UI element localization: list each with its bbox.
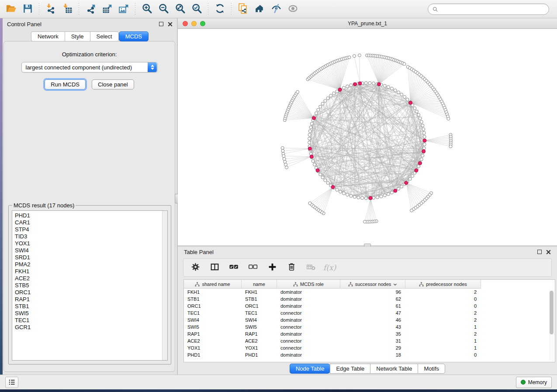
- mcds-result-node[interactable]: STB5: [15, 282, 167, 289]
- column-header-name[interactable]: name: [242, 280, 277, 289]
- table-cell-predecessor-nodes[interactable]: 2: [405, 330, 481, 337]
- table-cell-predecessor-nodes[interactable]: 2: [405, 309, 481, 316]
- table-row[interactable]: ORC1ORC1dominator610: [184, 303, 555, 309]
- table-row[interactable]: STB1STB1dominator620: [184, 296, 555, 303]
- tab-mcds[interactable]: MCDS: [119, 31, 149, 41]
- import-table-button[interactable]: [59, 2, 76, 17]
- mcds-result-scrollbar[interactable]: [162, 211, 167, 360]
- mcds-result-node[interactable]: GCR1: [15, 324, 167, 331]
- table-cell-successor-nodes[interactable]: 43: [340, 323, 405, 330]
- table-cell-successor-nodes[interactable]: 62: [340, 296, 405, 303]
- mcds-result-node[interactable]: SRD1: [15, 254, 167, 261]
- optimization-criterion-select[interactable]: largest connected component (undirected): [21, 62, 158, 72]
- table-cell-shared-name[interactable]: SWI4: [184, 316, 242, 323]
- table-cell-name[interactable]: STB1: [242, 296, 277, 303]
- table-cell-successor-nodes[interactable]: 46: [340, 316, 405, 323]
- mcds-result-node[interactable]: ACE2: [15, 275, 167, 282]
- zoom-fit-button[interactable]: [172, 2, 188, 17]
- mcds-result-listbox[interactable]: PHD1CAR1STP4TID3YOX1SWI4SRD1PMA2FKH1ACE2…: [12, 210, 168, 361]
- show-column-button[interactable]: [208, 261, 221, 274]
- memory-button[interactable]: Memory: [516, 377, 552, 388]
- column-header-successor-nodes[interactable]: successor nodes: [340, 280, 405, 289]
- table-scrollbar[interactable]: [549, 289, 554, 361]
- table-cell-shared-name[interactable]: SWI5: [184, 323, 242, 330]
- export-table-button[interactable]: [99, 2, 115, 17]
- table-cell-successor-nodes[interactable]: 29: [340, 344, 405, 351]
- table-row[interactable]: ACE2ACE2connector311: [184, 337, 555, 344]
- task-history-button[interactable]: [5, 377, 18, 388]
- zoom-in-button[interactable]: [138, 2, 155, 17]
- tab-select[interactable]: Select: [90, 31, 119, 41]
- table-cell-name[interactable]: ACE2: [242, 337, 277, 344]
- mcds-result-node[interactable]: CAR1: [15, 219, 167, 226]
- refresh-button[interactable]: [211, 2, 228, 17]
- mcds-result-node[interactable]: TEC1: [15, 317, 167, 324]
- table-cell-shared-name[interactable]: ORC1: [184, 303, 242, 309]
- unselect-all-button[interactable]: [246, 261, 259, 274]
- table-cell-name[interactable]: FKH1: [242, 289, 277, 296]
- clone-network-button[interactable]: [235, 2, 251, 17]
- close-panel-button[interactable]: Close panel: [92, 79, 134, 89]
- table-cell-name[interactable]: SWI5: [242, 323, 277, 330]
- table-cell-shared-name[interactable]: YOX1: [184, 344, 242, 351]
- add-row-button[interactable]: [266, 261, 279, 274]
- save-session-button[interactable]: [19, 2, 36, 17]
- table-cell-MCDS-role[interactable]: dominator: [277, 289, 340, 296]
- float-table-panel-icon[interactable]: [537, 250, 542, 254]
- hide-selected-button[interactable]: [268, 2, 284, 17]
- table-row[interactable]: FKH1FKH1dominator962: [184, 289, 555, 296]
- table-cell-MCDS-role[interactable]: connector: [277, 323, 340, 330]
- mcds-result-node[interactable]: YOX1: [15, 240, 167, 247]
- table-cell-successor-nodes[interactable]: 96: [340, 289, 405, 296]
- table-cell-successor-nodes[interactable]: 31: [340, 337, 405, 344]
- tab-node-table[interactable]: Node Table: [290, 364, 330, 374]
- table-cell-MCDS-role[interactable]: dominator: [277, 316, 340, 323]
- table-cell-MCDS-role[interactable]: dominator: [277, 296, 340, 303]
- table-cell-name[interactable]: TEC1: [242, 309, 277, 316]
- tab-edge-table[interactable]: Edge Table: [330, 364, 370, 374]
- mcds-result-node[interactable]: PMA2: [15, 261, 167, 268]
- mcds-result-node[interactable]: PHD1: [15, 212, 167, 219]
- mcds-result-node[interactable]: SWI5: [15, 310, 167, 317]
- network-canvas[interactable]: [178, 29, 557, 245]
- open-file-button[interactable]: [3, 2, 19, 17]
- select-all-button[interactable]: [227, 261, 240, 274]
- tab-motifs[interactable]: Motifs: [418, 364, 445, 374]
- table-cell-shared-name[interactable]: FKH1: [184, 289, 242, 296]
- table-cell-shared-name[interactable]: TEC1: [184, 309, 242, 316]
- search-box[interactable]: [428, 3, 549, 15]
- close-window-traffic-light[interactable]: [183, 21, 188, 26]
- mcds-result-node[interactable]: STP4: [15, 226, 167, 233]
- table-row[interactable]: TEC1TEC1connector472: [184, 309, 555, 316]
- table-cell-MCDS-role[interactable]: dominator: [277, 330, 340, 337]
- delete-row-button[interactable]: [285, 261, 298, 274]
- table-cell-name[interactable]: PHD1: [242, 351, 277, 358]
- mcds-result-node[interactable]: SWI4: [15, 247, 167, 254]
- first-neighbors-button[interactable]: [251, 2, 268, 17]
- table-row[interactable]: SWI5SWI5connector431: [184, 323, 555, 330]
- table-cell-name[interactable]: SWI4: [242, 316, 277, 323]
- zoom-out-button[interactable]: [155, 2, 172, 17]
- table-row[interactable]: YOX1YOX1connector291: [184, 344, 555, 351]
- close-panel-icon[interactable]: [168, 22, 173, 27]
- mcds-result-node[interactable]: RAP1: [15, 296, 167, 303]
- table-cell-predecessor-nodes[interactable]: 2: [405, 316, 481, 323]
- table-cell-shared-name[interactable]: ACE2: [184, 337, 242, 344]
- search-input[interactable]: [441, 6, 544, 12]
- close-table-panel-icon[interactable]: [546, 250, 551, 254]
- tab-network-table[interactable]: Network Table: [370, 364, 418, 374]
- export-network-button[interactable]: [82, 2, 99, 17]
- table-cell-predecessor-nodes[interactable]: 2: [405, 289, 481, 296]
- table-cell-MCDS-role[interactable]: dominator: [277, 351, 340, 358]
- table-cell-predecessor-nodes[interactable]: 0: [405, 351, 481, 358]
- table-row[interactable]: RAP1RAP1dominator352: [184, 330, 555, 337]
- zoom-selected-button[interactable]: [188, 2, 205, 17]
- column-header-predecessor-nodes[interactable]: predecessor nodes: [405, 280, 481, 289]
- table-cell-successor-nodes[interactable]: 18: [340, 351, 405, 358]
- table-cell-name[interactable]: ORC1: [242, 303, 277, 309]
- mcds-result-node[interactable]: ORC1: [15, 289, 167, 296]
- column-header-MCDS-role[interactable]: MCDS role: [277, 280, 340, 289]
- export-image-button[interactable]: [115, 2, 132, 17]
- settings-gear-button[interactable]: [189, 261, 202, 274]
- table-cell-predecessor-nodes[interactable]: 1: [405, 323, 481, 330]
